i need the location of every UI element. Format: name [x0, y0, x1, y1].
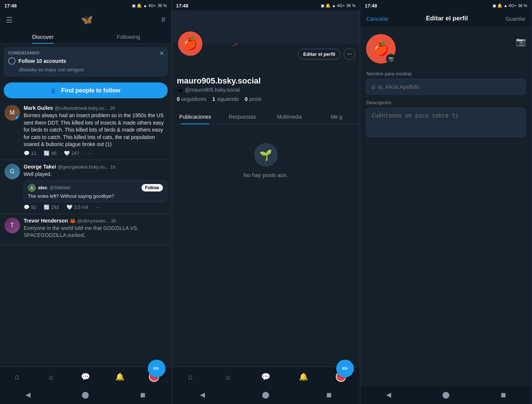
home-btn-2[interactable]: ⬤ [255, 389, 277, 400]
desc-field-label: Descripción [366, 100, 526, 105]
main-tabs: Discover Following [0, 29, 171, 44]
tab-following[interactable]: Following [86, 29, 171, 44]
qt-text: The woke left? Without saying goodbye? [28, 193, 163, 199]
nav-bell-2[interactable]: 🔔 [295, 370, 311, 383]
system-nav-3: ◀ ⬤ ◼ [360, 386, 532, 404]
fab-compose-1[interactable]: ✏ [148, 360, 166, 377]
feed-header-2: George Takei @georgetakei.bsky.so... 1h [24, 164, 167, 170]
stat-seg-num: 0 [177, 96, 180, 102]
like-action-1[interactable]: 🤍 247 [64, 150, 79, 156]
like-action-2[interactable]: 🤍 3,5 mil [66, 204, 88, 210]
recent-btn-3[interactable]: ◼ [493, 389, 514, 400]
edit-banner-camera-icon[interactable]: 📷 [516, 37, 526, 47]
qt-follow-button[interactable]: Follow [141, 184, 163, 191]
bottom-nav-2: ⌂ ⌕ 💬 🔔 [172, 367, 360, 386]
avatar-george: G [4, 164, 20, 179]
feed-name-3: Trevor Henderson 🦀 [24, 218, 76, 224]
follow-plus-icon: + [15, 115, 20, 120]
status-bar-2: 17:48 ▣ 🔔 ▲ 4G+ 36 % [172, 0, 360, 10]
feed-time-1: 2h [110, 105, 115, 111]
nav-chat-2[interactable]: 💬 [258, 370, 274, 383]
empty-text: No hay posts aún. [243, 172, 288, 178]
profile-tab-multimedia[interactable]: Multimedia [266, 109, 313, 124]
edit-avatar-container: 🍎 📷 [366, 34, 396, 64]
desc-field-textarea[interactable] [366, 108, 526, 137]
status-battery-2: 36 % [346, 3, 355, 8]
edit-avatar-camera-icon[interactable]: 📷 [386, 54, 396, 64]
feed-item-2: G George Takei @georgetakei.bsky.so... 1… [0, 160, 171, 214]
qt-avatar: A [28, 184, 36, 192]
nav-home-2[interactable]: ⌂ [183, 370, 199, 383]
qt-name: alec [38, 185, 47, 190]
recent-btn-2[interactable]: ◼ [319, 389, 339, 400]
feed-item-1: M + Mark Guiles @culturedmeat.bsky.so...… [0, 101, 171, 160]
profile-tab-meg[interactable]: Me g [313, 109, 360, 124]
find-people-icon: 👥 [51, 87, 58, 94]
feed-text-1: Borneo always had an insect problem so i… [24, 112, 167, 148]
recent-btn-1[interactable]: ◼ [133, 389, 153, 400]
repost-action-1[interactable]: 🔄 45 [44, 150, 56, 156]
empty-state: 🌱 No hay posts aún. [172, 125, 360, 197]
more-options-button[interactable]: ··· [344, 48, 355, 60]
edit-field-section: Nombre para mostrar Descripción [360, 67, 532, 142]
feed-name-1: Mark Guiles [24, 105, 53, 111]
profile-handle-row: 🌤 @mauro905.bsky.social [177, 86, 355, 93]
panel-discover: 17:48 ▣ 🔔 ▲ 4G+ 36 % ☰ 🦋 # Discover Foll… [0, 0, 172, 404]
find-people-button[interactable]: 👥 Find people to follow [4, 82, 168, 98]
avatar-trevor: T [4, 218, 20, 233]
back-btn-1[interactable]: ◀ [18, 389, 38, 400]
edit-profile-button[interactable]: Editar el perfil [298, 49, 341, 60]
nav-search-2[interactable]: ⌕ [220, 370, 236, 383]
feed-actions-2: 💬 92 🔄 292 🤍 3,5 mil ··· [24, 204, 167, 210]
feed-handle-3: @slimyswam... [77, 218, 110, 224]
profile-info: mauro905.bsky.social 🌤 @mauro905.bsky.so… [172, 63, 360, 109]
menu-icon[interactable]: ☰ [6, 16, 13, 24]
comment-action-2[interactable]: 💬 92 [24, 204, 36, 210]
feed-header-1: Mark Guiles @culturedmeat.bsky.so... 2h [24, 105, 167, 111]
status-time-2: 17:48 [176, 3, 188, 9]
bottom-nav-1: ⌂ ⌕ 💬 🔔 ↑ [0, 367, 171, 386]
feed-actions-1: 💬 11 🔄 45 🤍 247 ··· [24, 150, 167, 156]
system-nav-1: ◀ ⬤ ◼ [0, 386, 171, 404]
status-battery-3: 36 % [518, 3, 527, 8]
profile-tabs: Publicaciones Respuestas Multimedia Me g [172, 109, 360, 125]
status-time-1: 17:48 [4, 3, 17, 9]
nav-chat-1[interactable]: 💬 [78, 370, 94, 383]
name-field-input[interactable] [366, 79, 526, 95]
status-icons-3: ▣ 🔔 ▲ 4G+ 36 % [492, 3, 527, 8]
close-icon[interactable]: ✕ [159, 50, 164, 57]
home-btn-3[interactable]: ⬤ [435, 389, 457, 400]
nav-bell-1[interactable]: 🔔 [112, 370, 128, 383]
nav-home-1[interactable]: ⌂ [9, 370, 25, 383]
more-action-1[interactable]: ··· [87, 150, 91, 156]
top-nav-1: ☰ 🦋 # [0, 10, 171, 29]
repost-action-2[interactable]: 🔄 292 [44, 204, 59, 210]
panel-profile: 17:48 ▣ 🔔 ▲ 4G+ 36 % 🍎 → Editar el perfi… [172, 0, 361, 404]
status-battery-1: 36 % [157, 3, 167, 8]
profile-tab-publicaciones[interactable]: Publicaciones [172, 109, 219, 124]
qt-header: A alec @StilllAlec Follow [28, 184, 163, 192]
status-bar-3: 17:48 ▣ 🔔 ▲ 4G+ 36 % [360, 0, 532, 10]
more-action-2[interactable]: ··· [95, 204, 99, 210]
back-btn-2[interactable]: ◀ [192, 389, 212, 400]
stat-posts-num: 0 [245, 96, 248, 102]
home-btn-1[interactable]: ⬤ [74, 389, 96, 400]
hashtag-icon[interactable]: # [161, 16, 165, 24]
find-people-label: Find people to follow [61, 87, 120, 94]
comment-action-1[interactable]: 💬 11 [24, 150, 36, 156]
card-label: COMENZANDO [8, 51, 163, 55]
back-btn-3[interactable]: ◀ [379, 389, 399, 400]
getting-started-card: COMENZANDO ✕ Follow 10 accounts ¡Bluesky… [4, 47, 168, 77]
tab-discover[interactable]: Discover [0, 29, 86, 44]
profile-tab-respuestas[interactable]: Respuestas [219, 109, 266, 124]
qt-handle: @StilllAlec [50, 185, 71, 190]
feed-time-3: 3h [111, 218, 116, 224]
cancel-button[interactable]: Cancelar [366, 16, 388, 22]
stat-siguiendo: 1 siguiendo [212, 96, 239, 102]
qt-user: A alec @StilllAlec [28, 184, 71, 192]
nav-search-1[interactable]: ⌕ [43, 370, 59, 383]
feed-text-2: Well played. [24, 171, 167, 178]
profile-header-bg: 🍎 [172, 10, 360, 44]
save-button[interactable]: Guardar [505, 16, 526, 22]
feed-item-3: T Trevor Henderson 🦀 @slimyswam... 3h Ev… [0, 214, 171, 245]
